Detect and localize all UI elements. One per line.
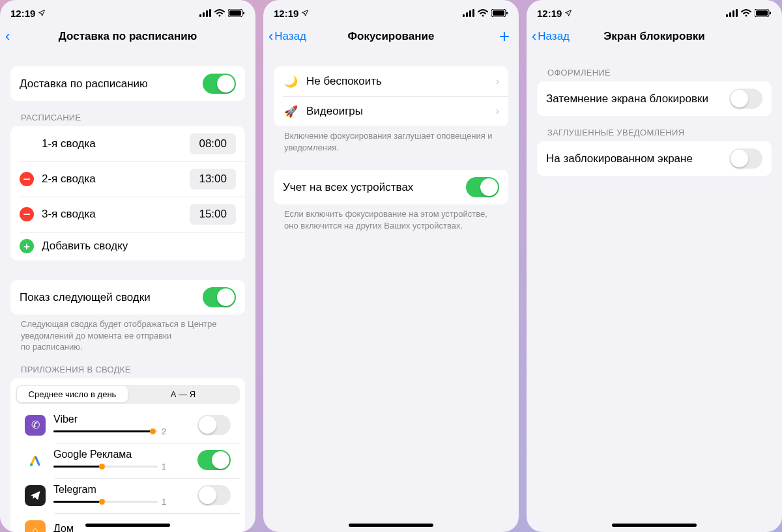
dim-lockscreen-row[interactable]: Затемнение экрана блокировки: [537, 81, 772, 116]
summary-time-button[interactable]: 08:00: [190, 133, 236, 154]
segment-average[interactable]: Среднее число в день: [17, 386, 128, 402]
svg-point-21: [746, 15, 747, 17]
content: ОФОРМЛЕНИЕ Затемнение экрана блокировки …: [527, 51, 782, 532]
app-toggle[interactable]: [197, 415, 231, 435]
battery-icon: [491, 9, 508, 17]
app-toggle[interactable]: [197, 485, 231, 505]
scheduled-delivery-toggle[interactable]: [203, 74, 236, 94]
chevron-right-icon: ›: [496, 76, 499, 87]
svg-rect-17: [726, 14, 728, 17]
svg-rect-10: [466, 12, 468, 17]
dim-toggle[interactable]: [729, 89, 762, 109]
row-label: Не беспокоить: [306, 75, 382, 88]
summary-row-1: 1-я сводка 08:00: [10, 126, 245, 161]
status-right: [199, 9, 245, 17]
focus-modes-group: 🌙 Не беспокоить › 🚀 Видеоигры ›: [274, 66, 508, 126]
next-summary-row[interactable]: Показ следующей сводки: [10, 280, 245, 315]
add-summary-label: Добавить сводку: [42, 240, 128, 253]
focus-row-dnd[interactable]: 🌙 Не беспокоить ›: [274, 66, 508, 96]
next-summary-toggle[interactable]: [203, 287, 236, 307]
back-button[interactable]: ‹: [5, 29, 11, 44]
location-icon: [301, 9, 309, 17]
phone-screen-3: 12:19 ‹ Назад Экран блокировки ОФОРМЛЕНИ…: [527, 0, 782, 532]
delete-icon[interactable]: [20, 207, 34, 221]
nav-bar: ‹ Назад Экран блокировки: [527, 22, 782, 51]
delete-icon[interactable]: [20, 172, 34, 186]
page-title: Доставка по расписанию: [0, 30, 255, 43]
on-lockscreen-row[interactable]: На заблокированном экране: [537, 141, 772, 176]
wifi-icon: [741, 9, 751, 17]
sync-toggle[interactable]: [466, 177, 499, 197]
focus-footer: Включение фокусирования заглушает оповещ…: [274, 126, 508, 153]
row-label: Показ следующей сводки: [20, 291, 151, 304]
muted-header: ЗАГЛУШЕННЫЕ УВЕДОМЛЕНИЯ: [537, 116, 772, 141]
app-name: Telegram: [53, 484, 191, 496]
back-button[interactable]: ‹ Назад: [268, 29, 306, 44]
chevron-right-icon: ›: [496, 105, 499, 117]
next-summary-group: Показ следующей сводки: [10, 280, 245, 315]
svg-rect-6: [229, 10, 241, 16]
phone-screen-2: 12:19 ‹ Назад Фокусирование + 🌙 Не беспо…: [263, 0, 519, 532]
svg-rect-18: [729, 12, 731, 17]
home-indicator[interactable]: [612, 524, 697, 527]
app-count: 1: [162, 497, 166, 507]
schedule-group: 1-я сводка 08:00 2-я сводка 13:00 3-я св…: [10, 126, 245, 260]
app-usage-bar: [53, 430, 158, 432]
app-count: 1: [162, 462, 166, 471]
signal-icon: [463, 9, 474, 17]
signal-icon: [199, 9, 211, 17]
signal-icon: [726, 9, 738, 17]
segmented-control[interactable]: Среднее число в день А — Я: [16, 385, 240, 404]
content: 🌙 Не беспокоить › 🚀 Видеоигры › Включени…: [263, 51, 519, 532]
svg-rect-12: [472, 9, 474, 17]
svg-point-8: [30, 463, 33, 466]
status-time: 12:19: [537, 8, 562, 19]
app-toggle[interactable]: [197, 450, 231, 470]
app-icon-googleads: [25, 450, 46, 471]
app-icon-viber: ✆: [25, 415, 46, 436]
summary-time-button[interactable]: 15:00: [190, 204, 236, 225]
svg-rect-11: [469, 10, 471, 17]
row-label: Учет на всех устройствах: [283, 181, 413, 194]
home-indicator[interactable]: [85, 524, 170, 527]
segment-alpha[interactable]: А — Я: [128, 386, 239, 402]
summary-time-button[interactable]: 13:00: [190, 169, 236, 189]
status-left: 12:19: [10, 8, 46, 19]
focus-row-games[interactable]: 🚀 Видеоигры ›: [274, 96, 508, 126]
status-right: [463, 9, 508, 17]
add-summary-row[interactable]: Добавить сводку: [10, 232, 245, 260]
battery-icon: [755, 9, 772, 17]
app-row-viber: ✆ Viber 2: [16, 408, 240, 443]
wifi-icon: [214, 9, 225, 17]
svg-rect-0: [199, 14, 201, 17]
status-left: 12:19: [274, 8, 309, 19]
back-button[interactable]: ‹ Назад: [532, 29, 570, 44]
sync-row[interactable]: Учет на всех устройствах: [274, 170, 508, 204]
chevron-left-icon: ‹: [5, 29, 10, 44]
app-name: Google Реклама: [53, 449, 191, 460]
app-icon-home: ⌂: [25, 520, 46, 532]
app-row-home: ⌂ Дом: [16, 513, 240, 532]
app-usage-bar: [53, 466, 158, 468]
add-button[interactable]: +: [499, 26, 510, 47]
status-left: 12:19: [537, 8, 572, 19]
apps-header: ПРИЛОЖЕНИЯ В СВОДКЕ: [10, 353, 245, 378]
status-right: [726, 9, 772, 17]
content: Доставка по расписанию РАСПИСАНИЕ 1-я св…: [0, 51, 255, 532]
apps-group: Среднее число в день А — Я ✆ Viber 2 Goo…: [10, 378, 245, 532]
app-name: Viber: [53, 413, 191, 425]
app-usage-bar: [53, 501, 158, 503]
svg-rect-24: [770, 12, 771, 14]
on-lock-toggle[interactable]: [729, 148, 762, 169]
home-indicator[interactable]: [349, 524, 433, 527]
svg-point-13: [482, 15, 484, 17]
back-label: Назад: [538, 30, 570, 43]
scheduled-delivery-row[interactable]: Доставка по расписанию: [10, 66, 245, 101]
summary-row-3: 3-я сводка 15:00: [10, 197, 245, 232]
status-bar: 12:19: [527, 4, 782, 22]
nav-bar: ‹ Доставка по расписанию: [0, 22, 255, 51]
app-count: 2: [162, 427, 166, 436]
svg-rect-7: [243, 12, 244, 14]
svg-rect-19: [732, 10, 734, 17]
row-label: Доставка по расписанию: [20, 77, 148, 91]
